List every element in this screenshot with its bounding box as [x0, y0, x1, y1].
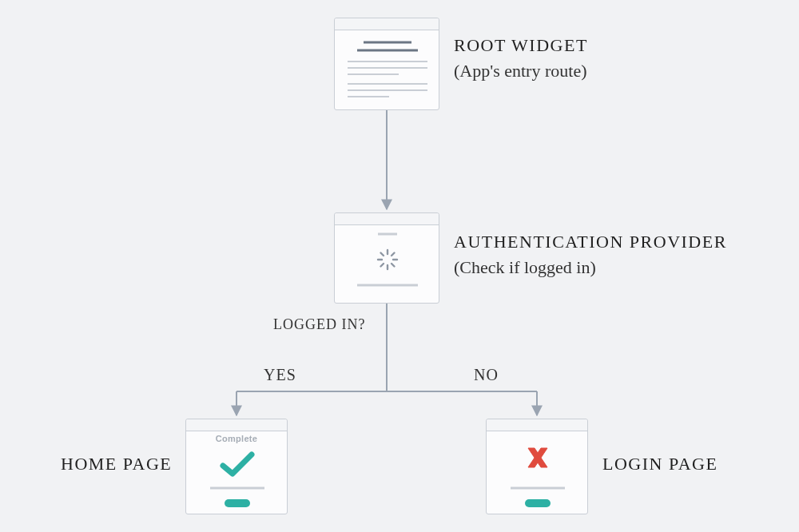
x-icon [525, 445, 551, 470]
loading-spinner-icon [335, 224, 440, 304]
auth-title: AUTHENTICATION PROVIDER [454, 232, 727, 252]
root-title: ROOT WIDGET [454, 35, 588, 56]
login-title: LOGIN PAGE [602, 454, 718, 474]
card-footer-lines [487, 483, 589, 515]
auth-subtitle: (Check if logged in) [454, 257, 596, 278]
svg-line-15 [392, 253, 395, 256]
root-subtitle: (App's entry route) [454, 61, 586, 81]
window-chrome [335, 213, 439, 225]
svg-rect-24 [225, 499, 250, 507]
window-chrome [487, 419, 587, 431]
branch-no-label: NO [474, 366, 499, 384]
card-footer-lines [186, 483, 288, 515]
svg-line-17 [392, 264, 395, 267]
home-node: Complete [185, 419, 288, 514]
root-node [334, 18, 439, 110]
decision-question: LOGGED IN? [273, 316, 365, 333]
home-title: HOME PAGE [61, 454, 172, 474]
svg-rect-26 [525, 499, 551, 507]
complete-badge: Complete [186, 434, 287, 443]
branch-yes-label: YES [264, 366, 296, 384]
auth-node [334, 212, 439, 304]
window-chrome [335, 18, 439, 30]
window-chrome [186, 419, 287, 431]
svg-line-21 [381, 253, 384, 256]
login-node [486, 419, 588, 514]
document-icon [344, 38, 431, 105]
checkmark-icon [218, 448, 256, 480]
svg-line-19 [381, 264, 384, 267]
